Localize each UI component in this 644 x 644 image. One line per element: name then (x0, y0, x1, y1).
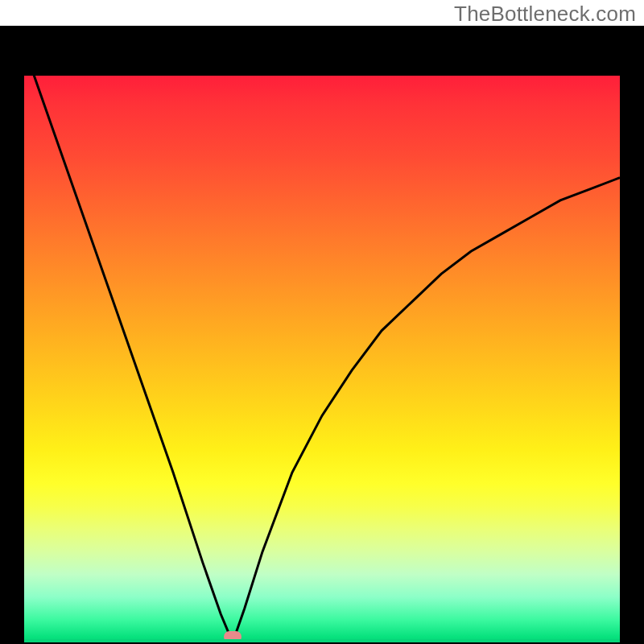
plot-area (24, 76, 620, 642)
curve-path (24, 76, 620, 642)
chart-frame: TheBottleneck.com (0, 0, 644, 644)
watermark-text: TheBottleneck.com (454, 2, 636, 27)
green-baseline-strip (24, 639, 620, 642)
bottleneck-curve (24, 76, 620, 642)
outer-black-border (0, 26, 644, 644)
